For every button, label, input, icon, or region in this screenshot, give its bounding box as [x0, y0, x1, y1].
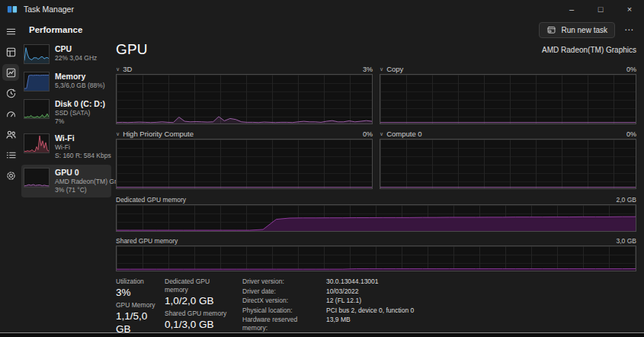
nav-item-startup-apps[interactable] [2, 105, 19, 122]
performance-icon [5, 67, 17, 79]
graph-label: Shared GPU memory [116, 237, 178, 245]
window-title: Task Manager [24, 5, 74, 14]
perf-item-info: 22% 3,04 GHz [55, 54, 97, 63]
memory-mini-chart [24, 72, 50, 91]
nav-item-services[interactable] [2, 167, 19, 184]
graph-selector-high-priority-compute[interactable]: ∨ High Priority Compute 0% [116, 129, 373, 139]
detail-value: 10/03/2022 [326, 287, 414, 296]
graph-selector-copy[interactable]: ∨ Copy 0% [380, 64, 636, 74]
stat-label: Utilization [116, 278, 165, 286]
run-new-task-icon [546, 25, 556, 35]
nav-item-performance[interactable] [2, 64, 19, 81]
perf-item-memory[interactable]: Memory 5,3/6,0 GB (88%) [21, 69, 111, 95]
nav-item-processes[interactable] [2, 43, 19, 60]
stat-label: GPU Memory [116, 301, 165, 310]
nav-item-app-history[interactable] [2, 85, 19, 101]
graph-percent: 0% [363, 130, 373, 138]
perf-item-info: 5,3/6,0 GB (88%) [55, 82, 105, 90]
perf-item-wifi[interactable]: Wi-Fi Wi-Fi S: 160 R: 584 Kbps [21, 130, 111, 163]
perf-item-disk[interactable]: Disk 0 (C: D:) SSD (SATA) 7% [21, 96, 111, 129]
chevron-down-icon: ∨ [116, 66, 120, 72]
page-header: Performance Run new task ⋯ [21, 18, 644, 41]
shared-memory-label-row: Shared GPU memory 3,0 GB [116, 236, 636, 246]
perf-item-info2: S: 160 R: 584 Kbps [55, 152, 109, 160]
startup-apps-icon [5, 108, 17, 120]
page-title: Performance [29, 25, 82, 34]
disk-mini-chart [24, 99, 50, 119]
perf-item-info2: 3% (71 °C) [55, 186, 109, 194]
stat-label: Dedicated GPU memory [165, 278, 233, 294]
stat-value: 1,0/2,0 GB [165, 294, 233, 307]
stat-label: Shared GPU memory [165, 310, 233, 318]
graph-label: High Priority Compute [123, 130, 194, 138]
graph-compute-0[interactable] [380, 139, 636, 189]
stat-value: 0,1/3,0 GB [165, 318, 233, 331]
dedicated-memory-label-row: Dedicated GPU memory 2,0 GB [116, 195, 636, 204]
detail-value: PCI bus 2, device 0, function 0 [326, 307, 414, 315]
gpu-detail-pane: GPU AMD Radeon(TM) Graphics ∨ 3D 3% ∨ Co… [116, 41, 636, 337]
gpu-mini-chart [24, 168, 50, 188]
detail-value: 13,9 MB [326, 316, 414, 332]
graph-shared-gpu-memory[interactable] [116, 246, 636, 271]
graph-label: Dedicated GPU memory [116, 196, 186, 204]
perf-item-info: Wi-Fi [55, 143, 109, 152]
graph-max-value: 2,0 GB [617, 196, 636, 204]
run-new-task-button[interactable]: Run new task [539, 22, 615, 38]
gpu-stats: Utilization 3% GPU Memory 1,1/5,0 GB Ded… [116, 278, 636, 337]
chevron-down-icon: ∨ [380, 131, 383, 137]
detail-label: Hardware reserved memory: [242, 316, 320, 332]
maximize-button[interactable]: □ [586, 0, 615, 18]
graph-max-value: 3,0 GB [617, 237, 636, 245]
stat-value: 1,1/5,0 GB [116, 310, 165, 335]
detail-label: DirectX version: [242, 297, 320, 305]
task-manager-icon [7, 4, 18, 14]
menu-button[interactable] [2, 23, 19, 40]
nav-item-users[interactable] [2, 126, 19, 143]
perf-item-name: GPU 0 [55, 168, 109, 178]
perf-item-name: CPU [55, 44, 97, 54]
titlebar[interactable]: Task Manager – □ × [0, 0, 644, 18]
cpu-mini-chart [24, 44, 50, 64]
close-button[interactable]: × [615, 0, 644, 18]
chevron-down-icon: ∨ [116, 131, 120, 137]
nav-rail [0, 20, 21, 332]
graph-selector-3d[interactable]: ∨ 3D 3% [116, 64, 373, 74]
graph-high-priority-compute[interactable] [116, 139, 373, 189]
run-new-task-label: Run new task [561, 26, 607, 34]
perf-item-name: Memory [55, 72, 105, 82]
nav-item-details[interactable] [2, 146, 19, 163]
performance-list: CPU 22% 3,04 GHz Memory 5,3/6,0 GB (88%)… [21, 41, 111, 199]
perf-item-name: Wi-Fi [55, 133, 109, 143]
more-options-button[interactable]: ⋯ [620, 22, 638, 37]
graph-selector-compute-0[interactable]: ∨ Compute 0 0% [380, 129, 636, 139]
processes-icon [5, 47, 17, 58]
perf-item-info2: 7% [55, 117, 105, 126]
minimize-button[interactable]: – [557, 0, 586, 18]
stat-value: 3% [116, 286, 165, 299]
services-icon [5, 170, 17, 181]
detail-label: Driver date: [242, 287, 320, 296]
gpu-title: GPU [116, 41, 148, 58]
graph-percent: 3% [363, 66, 373, 73]
gpu-device-name: AMD Radeon(TM) Graphics [542, 41, 636, 54]
chevron-down-icon: ∨ [380, 66, 383, 72]
graph-percent: 0% [626, 130, 636, 138]
graph-dedicated-gpu-memory[interactable] [116, 204, 636, 232]
perf-item-info: AMD Radeon(TM) Gr... [55, 178, 109, 186]
graph-label: Copy [386, 65, 403, 73]
app-history-icon [5, 88, 17, 99]
perf-item-gpu[interactable]: GPU 0 AMD Radeon(TM) Gr... 3% (71 °C) [21, 165, 111, 197]
graph-percent: 0% [626, 66, 636, 73]
gpu-driver-details: Driver version: 30.0.13044.13001 Driver … [242, 278, 414, 337]
hamburger-icon [5, 26, 17, 37]
screen-bottom-strip [0, 333, 644, 337]
graph-copy[interactable] [380, 74, 636, 124]
graph-3d[interactable] [116, 74, 373, 124]
graph-label: Compute 0 [386, 130, 421, 138]
wifi-mini-chart [24, 133, 50, 153]
detail-value: 12 (FL 12.1) [326, 297, 414, 305]
users-icon [5, 129, 17, 140]
perf-item-info: SSD (SATA) [55, 109, 105, 117]
perf-item-cpu[interactable]: CPU 22% 3,04 GHz [21, 41, 111, 67]
details-icon [5, 149, 17, 161]
